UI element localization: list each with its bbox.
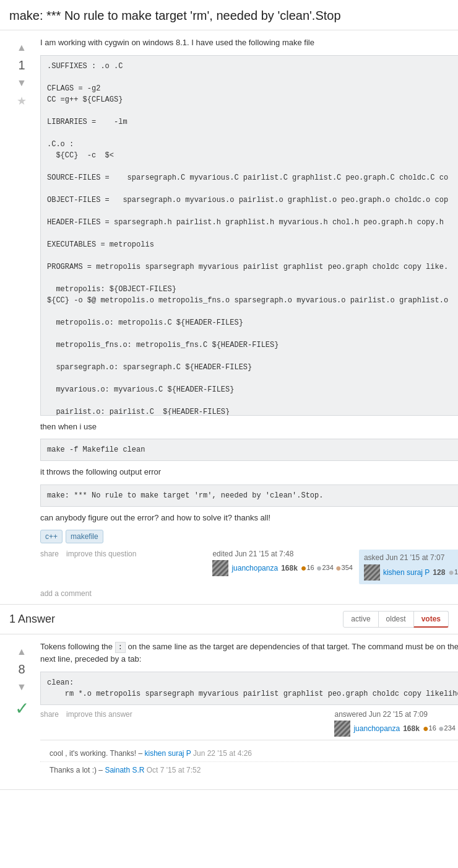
vote-down-button[interactable]: [14, 75, 30, 91]
vote-up-button[interactable]: [14, 40, 30, 56]
answer-vote-column: 8 ✓: [9, 641, 34, 783]
answerer-rep: 168k: [403, 724, 420, 733]
answer-section: 8 ✓ Tokens following the : on the same l…: [0, 634, 458, 790]
answer-actions: share improve this answer: [40, 710, 132, 719]
answerer-username[interactable]: juanchopanza: [353, 724, 400, 733]
question-closing: can anybody figure out the error? and ho…: [40, 512, 458, 524]
asker-badges: ●1 ●8: [448, 567, 458, 578]
comment-2-text: Thanks a lot :) –: [50, 766, 105, 774]
answer-code-scroll[interactable]: clean: rm *.o metropolis sparsegraph myv…: [41, 672, 458, 704]
makefile-code-text: .SUFFIXES : .o .C CFLAGS = -g2 CC =g++ $…: [41, 56, 458, 415]
answer-text: Tokens following the : on the same line …: [40, 641, 458, 665]
add-comment-button[interactable]: add a comment: [40, 589, 458, 598]
answers-header: 1 Answer active oldest votes: [0, 605, 458, 634]
editor-info: juanchopanza 168k ●16 ●234 ●354: [212, 560, 353, 576]
answer-body: Tokens following the : on the same line …: [34, 641, 458, 783]
comment-2: Thanks a lot :) – Sainath S.R Oct 7 '15 …: [40, 761, 458, 778]
edit-user-card: edited Jun 21 '15 at 7:48 juanchopanza 1…: [212, 550, 353, 584]
user-card-group: edited Jun 21 '15 at 7:48 juanchopanza 1…: [212, 550, 458, 584]
editor-bronze-dot: ●: [335, 563, 342, 573]
page-title: make: *** No rule to make target 'rm', n…: [0, 0, 458, 30]
answer-vote-up-button[interactable]: [14, 644, 30, 660]
answerer-avatar-img: [334, 721, 350, 737]
it-throws-text: it throws the following output error: [40, 466, 458, 478]
improve-question-link[interactable]: improve this question: [66, 550, 136, 558]
answer-meta-row: share improve this answer answered Jun 2…: [40, 710, 458, 737]
colon-code: :: [115, 642, 126, 653]
answer-code-text: clean: rm *.o metropolis sparsegraph myv…: [41, 672, 458, 704]
tag-list: c++ makefile: [40, 530, 458, 543]
asker-avatar: [364, 564, 380, 581]
sort-oldest-tab[interactable]: oldest: [378, 611, 414, 628]
comment-2-time: Oct 7 '15 at 7:52: [147, 766, 201, 774]
asked-timestamp: asked Jun 21 '15 at 7:07: [364, 553, 458, 562]
answered-timestamp: answered Jun 22 '15 at 7:09: [334, 710, 458, 719]
comments-section: cool , it's working. Thanks! – kishen su…: [40, 740, 458, 783]
answer-body-part1: Tokens following the: [40, 642, 113, 651]
question-intro: I am working with cygwin on windows 8.1.…: [40, 37, 458, 49]
answerer-silver-dot: ●: [438, 723, 444, 734]
editor-gold-dot: ●: [301, 563, 307, 573]
tag-cpp[interactable]: c++: [40, 530, 63, 543]
comment-1-text: cool , it's working. Thanks! –: [50, 749, 144, 758]
asker-user-card: asked Jun 21 '15 at 7:07 kishen suraj P …: [359, 550, 458, 584]
question-vote-count: 1: [18, 58, 25, 72]
error-code-text: make: *** No rule to make target 'rm', n…: [47, 491, 323, 500]
answer-code-block[interactable]: clean: rm *.o metropolis sparsegraph myv…: [40, 672, 458, 705]
command-code-block: make -f Makefile clean: [40, 439, 458, 461]
asker-username[interactable]: kishen suraj P: [383, 568, 430, 577]
answerer-badges: ●16 ●234 ●354: [423, 723, 458, 734]
tag-makefile[interactable]: makefile: [66, 530, 103, 543]
question-vote-column: 1 ★: [9, 37, 34, 598]
command-code-text: make -f Makefile clean: [47, 445, 145, 454]
asker-avatar-img: [364, 564, 380, 581]
editor-rep: 168k: [281, 564, 298, 572]
edit-timestamp-link[interactable]: edited Jun 21 '15 at 7:48: [212, 550, 293, 558]
answer-improve-link[interactable]: improve this answer: [66, 710, 132, 719]
error-code-block: make: *** No rule to make target 'rm', n…: [40, 484, 458, 507]
editor-username[interactable]: juanchopanza: [231, 564, 278, 572]
answerer-gold-dot: ●: [423, 723, 429, 734]
question-section: 1 ★ I am working with cygwin on windows …: [0, 30, 458, 605]
asker-rep: 128: [433, 568, 445, 577]
answer-share-link[interactable]: share: [40, 710, 59, 719]
answerer-info: juanchopanza 168k ●16 ●234 ●354: [334, 721, 458, 737]
accepted-answer-icon: ✓: [15, 698, 29, 719]
sort-active-tab[interactable]: active: [343, 611, 378, 628]
sort-votes-tab[interactable]: votes: [413, 611, 449, 628]
answers-count: 1 Answer: [9, 613, 55, 626]
bookmark-icon[interactable]: ★: [17, 94, 27, 108]
answerer-user-card: answered Jun 22 '15 at 7:09 juanchopanza…: [334, 710, 458, 737]
question-body: I am working with cygwin on windows 8.1.…: [34, 37, 458, 598]
editor-badges: ●16 ●234 ●354: [301, 563, 353, 574]
question-meta: share improve this question edited Jun 2…: [40, 550, 458, 584]
makefile-code-scroll[interactable]: .SUFFIXES : .o .C CFLAGS = -g2 CC =g++ $…: [41, 56, 458, 415]
sort-tabs: active oldest votes: [344, 611, 449, 628]
comment-1-time: Jun 22 '15 at 4:26: [193, 749, 252, 758]
asker-silver-dot: ●: [448, 567, 454, 577]
then-when-text: then when i use: [40, 421, 458, 433]
comment-1: cool , it's working. Thanks! – kishen su…: [40, 745, 458, 761]
answer-vote-count: 8: [18, 662, 25, 677]
share-link[interactable]: share: [40, 550, 59, 558]
edit-timestamp: edited Jun 21 '15 at 7:48: [212, 550, 353, 558]
answerer-avatar: [334, 721, 350, 737]
asker-info: kishen suraj P 128 ●1 ●8: [364, 564, 458, 581]
question-actions: share improve this question: [40, 550, 136, 558]
makefile-code-block[interactable]: .SUFFIXES : .o .C CFLAGS = -g2 CC =g++ $…: [40, 55, 458, 416]
comment-1-user[interactable]: kishen suraj P: [144, 749, 191, 758]
editor-avatar: [212, 560, 228, 576]
comment-2-user[interactable]: Sainath S.R: [105, 766, 144, 774]
editor-avatar-img: [212, 560, 228, 576]
answer-vote-down-button[interactable]: [14, 679, 30, 695]
